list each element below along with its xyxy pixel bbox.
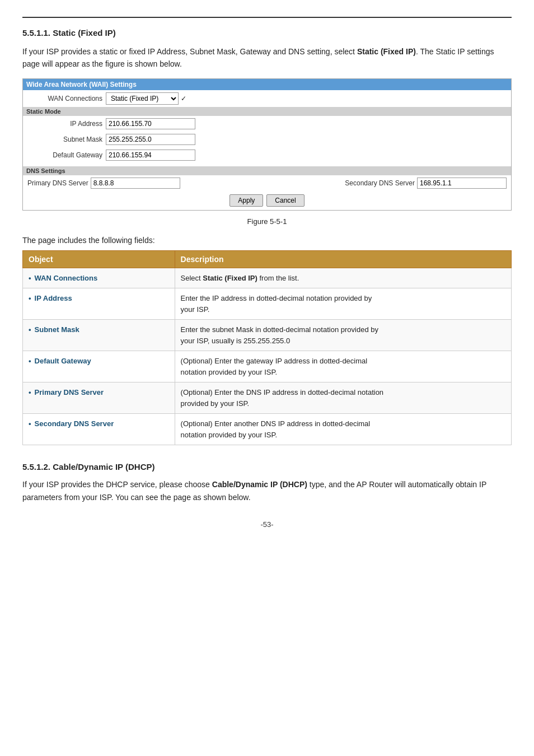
wan-connections-label: WAN Connections: [27, 95, 106, 102]
table-row: •Primary DNS Server(Optional) Enter the …: [23, 382, 512, 414]
table-row: •WAN ConnectionsSelect Static (Fixed IP)…: [23, 268, 512, 288]
wan-connections-row: WAN Connections Static (Fixed IP) ✓: [23, 90, 511, 107]
wan-connections-select[interactable]: Static (Fixed IP): [106, 92, 179, 105]
default-gateway-label: Default Gateway: [27, 151, 106, 159]
bullet-icon: •: [29, 293, 31, 304]
wan-settings-box: Wide Area Network (WAII) Settings WAN Co…: [22, 78, 512, 211]
section2-desc: If your ISP provides the DHCP service, p…: [22, 478, 512, 503]
primary-dns-group: Primary DNS Server: [27, 178, 180, 189]
table-cell-object: •IP Address: [23, 288, 175, 320]
description-table: Object Description •WAN ConnectionsSelec…: [22, 250, 512, 446]
section1-desc-part1: If your ISP provides a static or fixed I…: [22, 47, 357, 56]
table-cell-description: Select Static (Fixed IP) from the list.: [175, 268, 511, 288]
bullet-icon: •: [29, 418, 31, 430]
wan-connections-checkmark: ✓: [181, 95, 186, 102]
default-gateway-row: Default Gateway: [23, 147, 511, 163]
section2-desc-bold: Cable/Dynamic IP (DHCP): [212, 480, 307, 489]
table-row: •IP AddressEnter the IP address in dotte…: [23, 288, 512, 320]
table-cell-description: Enter the subnet Mask in dotted-decimal …: [175, 320, 511, 351]
table-cell-object: •Primary DNS Server: [23, 382, 175, 414]
table-cell-object: •WAN Connections: [23, 268, 175, 288]
static-mode-label: Static Mode: [23, 107, 511, 116]
subnet-mask-row: Subnet Mask: [23, 132, 511, 147]
table-cell-object: •Subnet Mask: [23, 320, 175, 351]
subnet-mask-label: Subnet Mask: [27, 136, 106, 143]
button-row: Apply Cancel: [23, 191, 511, 210]
primary-dns-label: Primary DNS Server: [27, 179, 91, 187]
section1-desc: If your ISP provides a static or fixed I…: [22, 45, 512, 71]
table-intro: The page includes the following fields:: [22, 236, 512, 245]
table-header-object: Object: [23, 250, 175, 268]
default-gateway-input[interactable]: [106, 150, 195, 161]
primary-dns-input[interactable]: [91, 178, 180, 189]
top-divider: [22, 17, 512, 18]
wan-box-title: Wide Area Network (WAII) Settings: [23, 79, 511, 90]
ip-address-input[interactable]: [106, 118, 195, 129]
secondary-dns-input[interactable]: [417, 178, 507, 189]
section2-desc-part1: If your ISP provides the DHCP service, p…: [22, 480, 212, 489]
table-cell-description: (Optional) Enter another DNS IP address …: [175, 414, 511, 445]
secondary-dns-label: Secondary DNS Server: [345, 179, 417, 187]
table-cell-description: Enter the IP address in dotted-decimal n…: [175, 288, 511, 320]
subnet-mask-input[interactable]: [106, 134, 195, 145]
table-cell-object: •Secondary DNS Server: [23, 414, 175, 445]
dns-row: Primary DNS Server Secondary DNS Server: [23, 175, 511, 191]
dns-settings-label: DNS Settings: [23, 166, 511, 175]
table-header-description: Description: [175, 250, 511, 268]
table-cell-description: (Optional) Enter the DNS IP address in d…: [175, 382, 511, 414]
bullet-icon: •: [29, 273, 31, 284]
secondary-dns-group: Secondary DNS Server: [345, 178, 507, 189]
section2-title: 5.5.1.2. Cable/Dynamic IP (DHCP): [22, 462, 512, 472]
bullet-icon: •: [29, 387, 31, 398]
ip-address-label: IP Address: [27, 120, 106, 128]
table-row: •Subnet MaskEnter the subnet Mask in dot…: [23, 320, 512, 351]
table-row: •Secondary DNS Server(Optional) Enter an…: [23, 414, 512, 445]
table-cell-object: •Default Gateway: [23, 351, 175, 382]
ip-address-row: IP Address: [23, 116, 511, 132]
table-cell-description: (Optional) Enter the gateway IP address …: [175, 351, 511, 382]
section1-desc-bold: Static (Fixed IP): [357, 47, 416, 56]
page-number: -53-: [22, 520, 512, 529]
apply-button[interactable]: Apply: [229, 194, 263, 207]
section1-title: 5.5.1.1. Static (Fixed IP): [22, 28, 512, 38]
table-row: •Default Gateway(Optional) Enter the gat…: [23, 351, 512, 382]
bullet-icon: •: [29, 356, 31, 367]
figure-caption: Figure 5-5-1: [22, 217, 512, 226]
cancel-button[interactable]: Cancel: [266, 194, 304, 207]
bullet-icon: •: [29, 324, 31, 335]
